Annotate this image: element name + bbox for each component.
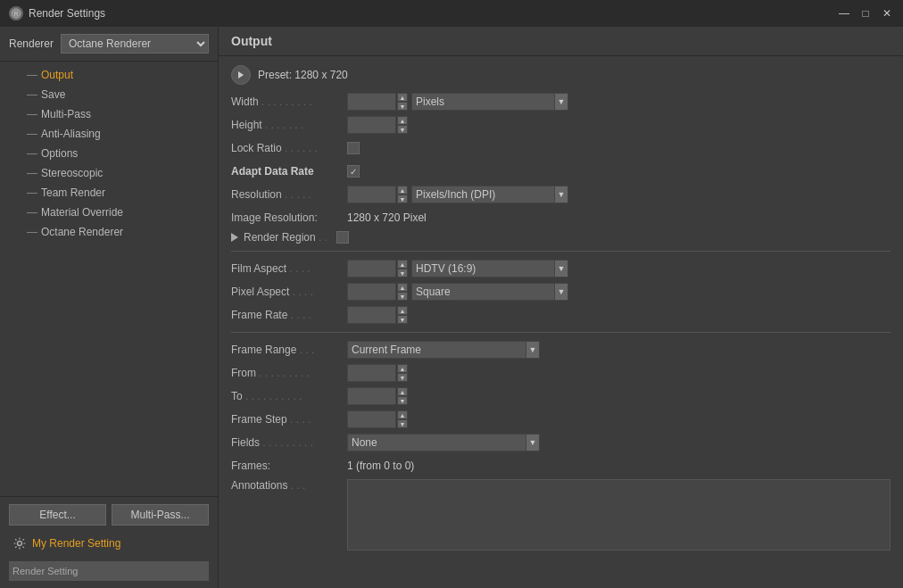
sidebar-item-octane-renderer[interactable]: — Octane Renderer xyxy=(0,222,218,242)
to-input[interactable]: 0 F xyxy=(347,387,396,405)
render-region-checkbox[interactable] xyxy=(336,231,349,244)
film-aspect-input[interactable]: 1.778 xyxy=(347,260,396,277)
annotations-box[interactable] xyxy=(347,479,891,551)
render-region-label: Render Region . . xyxy=(244,231,327,244)
frames-value: 1 (from 0 to 0) xyxy=(347,460,414,472)
preset-label: Preset: 1280 x 720 xyxy=(258,69,348,81)
sidebar-item-anti-aliasing[interactable]: — Anti-Aliasing xyxy=(0,124,218,144)
frame-rate-up-arrow[interactable]: ▲ xyxy=(397,306,408,315)
frame-rate-row: Frame Rate . . . . 30 ▲ ▼ xyxy=(231,305,891,325)
resolution-up-arrow[interactable]: ▲ xyxy=(397,186,408,195)
film-aspect-down-arrow[interactable]: ▼ xyxy=(397,269,408,277)
close-button[interactable]: ✕ xyxy=(880,6,894,21)
width-label: Width . . . . . . . . . xyxy=(231,95,347,108)
maximize-button[interactable]: □ xyxy=(858,6,873,21)
from-arrows: ▲ ▼ xyxy=(397,364,408,382)
frame-step-controls: 1 ▲ ▼ xyxy=(347,410,408,428)
width-down-arrow[interactable]: ▼ xyxy=(397,102,408,111)
resolution-label: Resolution . . . . . xyxy=(231,188,347,201)
resolution-input[interactable]: 72 xyxy=(347,186,396,203)
film-aspect-up-arrow[interactable]: ▲ xyxy=(397,260,408,269)
frame-step-down-arrow[interactable]: ▼ xyxy=(397,419,408,428)
resolution-unit-select[interactable]: Pixels/Inch (DPI) xyxy=(411,186,554,203)
content-body: Preset: 1280 x 720 Width . . . . . . . .… xyxy=(219,56,903,588)
resolution-down-arrow[interactable]: ▼ xyxy=(397,195,408,203)
film-aspect-controls: 1.778 ▲ ▼ HDTV (16:9) ▼ xyxy=(347,260,568,277)
svg-text:R: R xyxy=(13,11,18,17)
pixel-aspect-row: Pixel Aspect . . . . 1 ▲ ▼ Square xyxy=(231,282,891,302)
pixel-aspect-dropdown-arrow[interactable]: ▼ xyxy=(554,283,568,301)
frame-rate-down-arrow[interactable]: ▼ xyxy=(397,315,408,324)
annotations-row: Annotations . . . xyxy=(231,479,891,551)
film-aspect-dropdown-arrow[interactable]: ▼ xyxy=(554,260,568,277)
sidebar-buttons: Effect... Multi-Pass... xyxy=(9,504,209,526)
pixel-aspect-label: Pixel Aspect . . . . xyxy=(231,286,347,298)
frame-range-label: Frame Range . . . xyxy=(231,344,347,356)
frame-step-up-arrow[interactable]: ▲ xyxy=(397,410,408,419)
frame-range-select[interactable]: Current Frame xyxy=(347,341,526,359)
image-resolution-value: 1280 x 720 Pixel xyxy=(347,211,427,224)
width-input[interactable]: 1280 xyxy=(347,93,396,111)
content-title: Output xyxy=(231,34,272,48)
sidebar-item-multi-pass[interactable]: — Multi-Pass xyxy=(0,104,218,124)
fields-container: None ▼ xyxy=(347,434,540,451)
frame-step-input[interactable]: 1 xyxy=(347,410,396,428)
from-input[interactable]: 0 F xyxy=(347,364,396,382)
renderer-label: Renderer xyxy=(9,37,54,50)
width-unit-select[interactable]: Pixels xyxy=(411,93,554,111)
render-region-row: Render Region . . xyxy=(231,231,891,244)
sidebar-item-team-render[interactable]: — Team Render xyxy=(0,183,218,203)
minimize-button[interactable]: — xyxy=(837,6,851,21)
pixel-aspect-up-arrow[interactable]: ▲ xyxy=(397,283,408,292)
renderer-dropdown[interactable]: Octane Renderer xyxy=(61,34,209,54)
lock-ratio-label: Lock Ratio . . . . . . xyxy=(231,142,347,154)
adapt-data-rate-checkbox[interactable] xyxy=(347,165,360,178)
height-up-arrow[interactable]: ▲ xyxy=(397,116,408,125)
frame-range-dropdown-arrow[interactable]: ▼ xyxy=(526,341,540,359)
sidebar-item-stereoscopic[interactable]: — Stereoscopic xyxy=(0,163,218,183)
gear-icon[interactable] xyxy=(12,536,27,551)
resolution-arrows: ▲ ▼ xyxy=(397,186,408,203)
sidebar: Renderer Octane Renderer — Output — Save… xyxy=(0,27,219,588)
sidebar-item-save[interactable]: — Save xyxy=(0,85,218,104)
width-unit-dropdown-arrow[interactable]: ▼ xyxy=(554,93,568,111)
resolution-unit-container: Pixels/Inch (DPI) ▼ xyxy=(411,186,568,203)
sidebar-item-output-label: Output xyxy=(41,69,73,81)
image-resolution-label: Image Resolution: xyxy=(231,211,347,224)
pixel-aspect-input[interactable]: 1 xyxy=(347,283,396,301)
from-up-arrow[interactable]: ▲ xyxy=(397,364,408,373)
to-down-arrow[interactable]: ▼ xyxy=(397,396,408,405)
fields-select[interactable]: None xyxy=(347,434,526,451)
sidebar-item-options[interactable]: — Options xyxy=(0,144,218,163)
resolution-unit-dropdown-arrow[interactable]: ▼ xyxy=(554,186,568,203)
pixel-aspect-unit-select[interactable]: Square xyxy=(411,283,554,301)
preset-play-button[interactable] xyxy=(231,65,251,85)
width-up-arrow[interactable]: ▲ xyxy=(397,93,408,102)
sidebar-item-stereoscopic-label: Stereoscopic xyxy=(41,167,103,179)
height-input[interactable]: 720 xyxy=(347,116,396,134)
lock-ratio-checkbox[interactable] xyxy=(347,142,360,154)
sidebar-item-material-override[interactable]: — Material Override xyxy=(0,203,218,222)
height-down-arrow[interactable]: ▼ xyxy=(397,125,408,134)
film-aspect-arrows: ▲ ▼ xyxy=(397,260,408,277)
effect-button[interactable]: Effect... xyxy=(9,504,106,526)
titlebar-left: R Render Settings xyxy=(9,6,105,21)
height-spinbox: 720 ▲ ▼ xyxy=(347,116,408,134)
width-spinbox: 1280 ▲ ▼ xyxy=(347,93,408,111)
fields-dropdown-arrow[interactable]: ▼ xyxy=(526,434,540,451)
to-spinbox: 0 F ▲ ▼ xyxy=(347,387,408,405)
film-aspect-unit-select[interactable]: HDTV (16:9) xyxy=(411,260,554,277)
pixel-aspect-down-arrow[interactable]: ▼ xyxy=(397,292,408,301)
to-row: To . . . . . . . . . . 0 F ▲ ▼ xyxy=(231,386,891,406)
to-up-arrow[interactable]: ▲ xyxy=(397,387,408,396)
render-region-expand-icon[interactable] xyxy=(231,233,238,242)
sidebar-item-output[interactable]: — Output xyxy=(0,65,218,85)
pixel-aspect-spinbox: 1 ▲ ▼ xyxy=(347,283,408,301)
sidebar-item-octane-renderer-label: Octane Renderer xyxy=(41,226,123,238)
multipass-button[interactable]: Multi-Pass... xyxy=(112,504,209,526)
window-controls: — □ ✕ xyxy=(837,6,894,21)
frame-rate-input[interactable]: 30 xyxy=(347,306,396,324)
sidebar-footer: Effect... Multi-Pass... My Render Settin… xyxy=(0,496,218,588)
from-down-arrow[interactable]: ▼ xyxy=(397,373,408,382)
image-resolution-row: Image Resolution: 1280 x 720 Pixel xyxy=(231,208,891,228)
